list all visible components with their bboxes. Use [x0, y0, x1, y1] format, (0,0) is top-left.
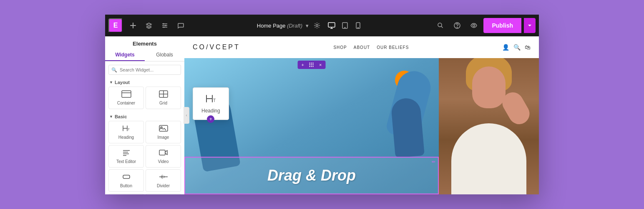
toolbar-center: Home Page (Draft) ▾ — [189, 19, 432, 32]
layers-button[interactable] — [142, 18, 156, 33]
widget-spacer[interactable]: Spacer — [108, 194, 144, 194]
help-icon — [454, 22, 460, 29]
search-nav-icon[interactable]: 🔍 — [513, 44, 521, 51]
editor-window: E — [105, 15, 539, 194]
tab-widgets[interactable]: Widgets — [105, 49, 145, 61]
view-mode-buttons — [325, 19, 365, 32]
svg-point-15 — [473, 25, 475, 27]
widget-divider[interactable]: Divider — [146, 169, 181, 192]
drag-drop-overlay[interactable]: Drag & Drop ✏ — [184, 157, 439, 194]
panel-tabs: Widgets Globals — [105, 49, 184, 61]
svg-rect-21 — [159, 150, 165, 155]
user-icon[interactable]: 👤 — [502, 44, 509, 51]
svg-text:T: T — [213, 98, 216, 103]
basic-section-label: ▼ Basic — [105, 112, 184, 121]
svg-point-26 — [309, 63, 310, 64]
publish-dropdown-button[interactable] — [524, 18, 536, 33]
hero-section: + × Drag & — [184, 58, 539, 194]
widget-google-maps[interactable]: Google Maps — [146, 194, 181, 194]
search-icon-small: 🔍 — [111, 67, 117, 73]
drag-drop-text: Drag & Drop — [267, 167, 356, 184]
svg-point-33 — [311, 66, 312, 67]
canvas-area: CO/VCEPT SHOP ABOUT OUR BELIEFS 👤 🔍 🛍 — [184, 36, 539, 194]
svg-point-14 — [457, 27, 458, 28]
tablet-view-button[interactable] — [339, 19, 351, 32]
body — [451, 123, 526, 194]
text-editor-icon — [122, 149, 131, 158]
site-nav: CO/VCEPT SHOP ABOUT OUR BELIEFS 👤 🔍 🛍 — [184, 36, 539, 58]
search-widget-input[interactable] — [108, 65, 181, 75]
widget-video[interactable]: Video — [146, 145, 181, 168]
widget-container[interactable]: Container — [108, 87, 144, 109]
widget-heading[interactable]: T Heading — [108, 121, 144, 143]
layers-icon — [146, 22, 152, 29]
svg-point-31 — [313, 64, 314, 65]
drop-plus-indicator: + — [207, 115, 214, 123]
elements-panel: Elements Widgets Globals 🔍 ▼ Layout — [105, 36, 184, 194]
hero-right — [439, 58, 539, 194]
nav-link-shop[interactable]: SHOP — [333, 45, 347, 50]
elementor-logo[interactable]: E — [108, 18, 123, 33]
layout-widget-grid: Container Grid — [105, 87, 184, 112]
site-logo: CO/VCEPT — [193, 43, 240, 51]
svg-point-11 — [358, 28, 358, 28]
panel-header: Elements — [105, 36, 184, 49]
search-button[interactable] — [433, 18, 448, 33]
desktop-view-button[interactable] — [325, 19, 338, 32]
svg-point-34 — [313, 66, 314, 67]
svg-point-29 — [309, 64, 310, 65]
divider-icon — [159, 173, 168, 182]
add-element-button[interactable] — [126, 18, 140, 33]
grid-icon — [159, 90, 168, 99]
section-add-button[interactable]: + — [300, 62, 305, 68]
svg-rect-7 — [328, 23, 335, 27]
svg-point-6 — [316, 25, 318, 27]
svg-point-28 — [313, 63, 314, 64]
panel-collapse-handle[interactable]: ‹ — [184, 107, 189, 124]
chevron-down-icon — [528, 24, 532, 27]
page-title-area: Home Page (Draft) ▾ — [257, 23, 309, 29]
site-nav-icons: 👤 🔍 🛍 — [502, 44, 531, 51]
comments-button[interactable] — [174, 18, 188, 33]
desktop-icon — [328, 22, 335, 29]
page-settings-button[interactable] — [314, 22, 320, 29]
edit-pencil-icon[interactable]: ✏ — [432, 159, 435, 165]
widget-text-editor[interactable]: Text Editor — [108, 145, 144, 168]
video-icon — [159, 149, 168, 158]
cart-icon[interactable]: 🛍 — [525, 44, 531, 51]
svg-text:T: T — [128, 127, 130, 131]
publish-button[interactable]: Publish — [483, 18, 521, 33]
toolbar-right: Publish — [433, 18, 536, 33]
svg-point-12 — [438, 23, 442, 27]
hero-left: + × Drag & — [184, 58, 439, 194]
panel-title: Elements — [105, 41, 184, 47]
section-close-button[interactable]: × — [318, 62, 323, 68]
svg-point-3 — [163, 23, 164, 25]
mobile-view-button[interactable] — [352, 19, 365, 32]
layout-section-label: ▼ Layout — [105, 78, 184, 87]
section-grid-button[interactable] — [308, 62, 315, 68]
widget-image[interactable]: Image — [146, 121, 181, 143]
svg-point-30 — [311, 64, 312, 65]
preview-button[interactable] — [467, 18, 481, 33]
site-settings-button[interactable] — [158, 18, 172, 33]
chat-icon — [177, 22, 184, 29]
widget-search-box: 🔍 — [108, 65, 181, 75]
nav-link-beliefs[interactable]: OUR BELIEFS — [377, 45, 409, 50]
widget-grid[interactable]: Grid — [146, 87, 181, 109]
sliders-icon — [161, 22, 168, 29]
svg-point-27 — [311, 63, 312, 64]
nav-link-about[interactable]: ABOUT — [354, 45, 370, 50]
gear-icon — [314, 22, 320, 29]
button-icon — [122, 173, 131, 182]
help-button[interactable] — [450, 18, 464, 33]
svg-point-9 — [345, 27, 345, 28]
eye-icon — [470, 22, 477, 29]
widget-button[interactable]: Button — [108, 169, 144, 192]
toolbar: E — [105, 15, 539, 36]
editor-body: Elements Widgets Globals 🔍 ▼ Layout — [105, 36, 539, 194]
site-nav-links: SHOP ABOUT OUR BELIEFS — [333, 45, 409, 50]
svg-point-5 — [164, 27, 165, 28]
tab-globals[interactable]: Globals — [145, 49, 184, 61]
face — [472, 66, 506, 108]
